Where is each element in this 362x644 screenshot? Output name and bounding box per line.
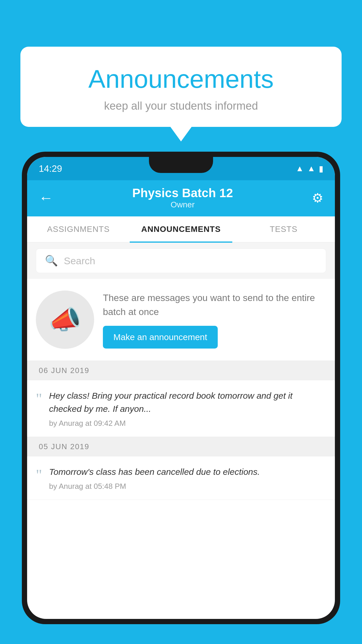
announcement-meta-1: by Anurag at 09:42 AM: [49, 419, 326, 428]
header-subtitle: Owner: [132, 200, 233, 209]
bubble-subtitle: keep all your students informed: [44, 100, 318, 112]
signal-icon: ▲: [307, 164, 315, 173]
battery-icon: ▮: [319, 164, 323, 174]
tab-announcements[interactable]: ANNOUNCEMENTS: [130, 216, 232, 242]
promo-section: 📣 These are messages you want to send to…: [27, 279, 335, 361]
header-title: Physics Batch 12: [132, 186, 233, 200]
status-time: 14:29: [39, 163, 62, 174]
date-separator-2: 05 JUN 2019: [27, 437, 335, 456]
megaphone-icon: 📣: [49, 304, 81, 335]
tab-assignments[interactable]: ASSIGNMENTS: [27, 216, 130, 242]
phone-container: 14:29 ▲ ▲ ▮ ← Physics Batch 12 Owner ⚙ A…: [22, 152, 340, 644]
settings-button[interactable]: ⚙: [312, 190, 323, 205]
announcement-text-2: Tomorrow's class has been cancelled due …: [49, 465, 326, 478]
promo-content: These are messages you want to send to t…: [103, 291, 326, 349]
app-header: ← Physics Batch 12 Owner ⚙: [27, 180, 335, 216]
search-icon: 🔍: [45, 255, 58, 267]
date-separator-1: 06 JUN 2019: [27, 361, 335, 380]
phone-notch: [149, 157, 213, 173]
tabs: ASSIGNMENTS ANNOUNCEMENTS TESTS: [27, 216, 335, 243]
search-bar[interactable]: 🔍 Search: [36, 249, 326, 273]
announcement-content-1: Hey class! Bring your practical record b…: [49, 389, 326, 428]
make-announcement-button[interactable]: Make an announcement: [103, 326, 218, 349]
status-icons: ▲ ▲ ▮: [296, 164, 323, 174]
search-container: 🔍 Search: [27, 243, 335, 279]
announcement-meta-2: by Anurag at 05:48 PM: [49, 482, 326, 491]
tab-tests[interactable]: TESTS: [232, 216, 335, 242]
announcement-text-1: Hey class! Bring your practical record b…: [49, 389, 326, 415]
quote-icon-1: ": [36, 391, 42, 407]
wifi-icon: ▲: [296, 164, 304, 173]
announcement-item-1[interactable]: " Hey class! Bring your practical record…: [27, 380, 335, 437]
speech-bubble: Announcements keep all your students inf…: [20, 47, 342, 127]
header-center: Physics Batch 12 Owner: [132, 186, 233, 209]
speech-bubble-container: Announcements keep all your students inf…: [20, 47, 342, 127]
announcement-content-2: Tomorrow's class has been cancelled due …: [49, 465, 326, 491]
quote-icon-2: ": [36, 468, 42, 483]
search-placeholder: Search: [64, 255, 95, 267]
bubble-title: Announcements: [44, 64, 318, 94]
promo-text: These are messages you want to send to t…: [103, 291, 326, 319]
back-button[interactable]: ←: [39, 189, 53, 206]
phone-inner: 14:29 ▲ ▲ ▮ ← Physics Batch 12 Owner ⚙ A…: [27, 157, 335, 619]
promo-icon-circle: 📣: [36, 290, 94, 349]
phone-outer: 14:29 ▲ ▲ ▮ ← Physics Batch 12 Owner ⚙ A…: [22, 152, 340, 624]
announcement-item-2[interactable]: " Tomorrow's class has been cancelled du…: [27, 456, 335, 500]
